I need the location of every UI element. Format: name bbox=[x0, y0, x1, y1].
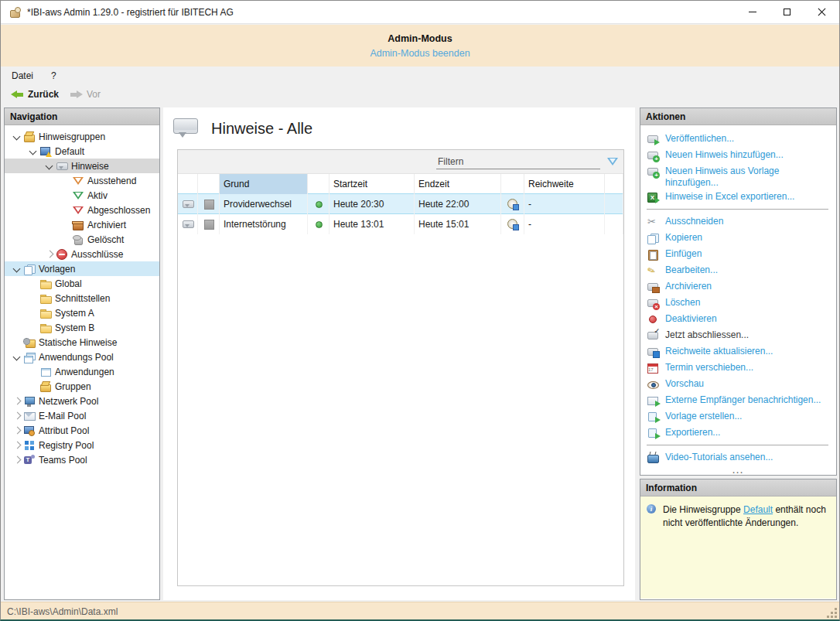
tree-item-system-b[interactable]: System B bbox=[5, 320, 159, 335]
tree-item-gelöscht[interactable]: Gelöscht bbox=[5, 232, 159, 247]
table-row[interactable]: ProviderwechselHeute 20:30Heute 22:00- bbox=[178, 193, 623, 214]
action-archivieren[interactable]: Archivieren bbox=[645, 278, 833, 295]
chevron-down-icon[interactable] bbox=[11, 351, 23, 363]
funnel-green-icon bbox=[72, 189, 84, 202]
divider bbox=[647, 209, 828, 210]
filter-bar bbox=[178, 150, 623, 174]
chevron-right-icon[interactable] bbox=[11, 395, 23, 408]
default-group-link[interactable]: Default bbox=[743, 504, 773, 515]
column-header-startzeit[interactable]: Startzeit bbox=[330, 174, 415, 194]
tree-item-global[interactable]: Global bbox=[5, 276, 159, 291]
menu-item-datei[interactable]: Datei bbox=[5, 68, 40, 84]
tree-item-archiviert[interactable]: Archiviert bbox=[5, 217, 159, 232]
tree-item-teams-pool[interactable]: Teams Pool bbox=[5, 452, 159, 467]
tree-item-aktiv[interactable]: Aktiv bbox=[5, 188, 159, 203]
chevron-right-icon[interactable] bbox=[11, 439, 23, 452]
forward-button[interactable]: Vor bbox=[66, 87, 104, 101]
action-neuen-hinweis-aus-vorlage-hinzufügen[interactable]: Neuen Hinweis aus Vorlage hinzufügen... bbox=[645, 163, 833, 189]
tree-item-label: Hinweise bbox=[71, 161, 109, 172]
chevron-down-icon[interactable] bbox=[11, 263, 23, 275]
action-label: Archivieren bbox=[665, 280, 712, 292]
chevron-right-icon[interactable] bbox=[11, 454, 23, 466]
action-label: Deaktivieren bbox=[665, 312, 717, 325]
action-veröffentlichen[interactable]: Veröffentlichen... bbox=[645, 131, 833, 147]
tree-item-default[interactable]: Default bbox=[5, 144, 159, 159]
status-path: C:\IBI-aws\Admin\Data.xml bbox=[7, 606, 118, 617]
action-jetzt-abschliessen[interactable]: Jetzt abschliessen... bbox=[645, 327, 833, 343]
chevron-right-icon[interactable] bbox=[11, 410, 23, 422]
column-header-grund[interactable]: Grund bbox=[220, 174, 308, 194]
close-button[interactable] bbox=[804, 1, 839, 23]
chevron-down-icon[interactable] bbox=[27, 145, 39, 158]
action-löschen[interactable]: Löschen bbox=[645, 295, 833, 311]
tree-item-abgeschlossen[interactable]: Abgeschlossen bbox=[5, 203, 159, 217]
tree-item-netzwerk-pool[interactable]: Netzwerk Pool bbox=[5, 394, 159, 408]
back-button[interactable]: Zurück bbox=[7, 87, 63, 101]
tree-item-registry-pool[interactable]: Registry Pool bbox=[5, 438, 159, 452]
action-video-tutorials-ansehen[interactable]: Video-Tutorials ansehen... bbox=[645, 449, 833, 466]
tree-item-statische-hinweise[interactable]: Statische Hinweise bbox=[5, 335, 159, 350]
gray-square-icon bbox=[203, 198, 215, 210]
action-label: Jetzt abschliessen... bbox=[665, 329, 749, 341]
actions-overflow-indicator[interactable]: ... bbox=[640, 467, 836, 473]
tree-item-hinweisgruppen[interactable]: Hinweisgruppen bbox=[5, 129, 159, 144]
action-externe-empfänger-benachrichtigen[interactable]: Externe Empfänger benachrichtigen... bbox=[645, 392, 833, 408]
tree-item-system-a[interactable]: System A bbox=[5, 305, 159, 320]
chevron-right-icon[interactable] bbox=[43, 248, 56, 261]
tree-item-anwendungen[interactable]: Anwendungen bbox=[5, 364, 159, 379]
action-vorschau[interactable]: Vorschau bbox=[645, 376, 833, 392]
filter-funnel-icon[interactable] bbox=[606, 155, 619, 168]
network-icon bbox=[23, 395, 36, 408]
menu-item-help[interactable]: ? bbox=[44, 68, 63, 84]
column-header-empty[interactable] bbox=[605, 174, 623, 194]
speech-icon bbox=[182, 218, 194, 230]
paste-icon bbox=[647, 248, 659, 261]
back-arrow-icon bbox=[11, 90, 24, 99]
action-ausschneiden[interactable]: Ausschneiden bbox=[645, 213, 833, 230]
action-label: Bearbeiten... bbox=[665, 264, 718, 276]
cell-clock-pending-icon bbox=[501, 194, 524, 214]
column-header-empty[interactable] bbox=[501, 174, 524, 194]
cell-speech-icon bbox=[178, 194, 198, 214]
tree-item-label: Global bbox=[55, 278, 82, 289]
scissors-icon bbox=[647, 216, 659, 228]
action-exportieren[interactable]: Exportieren... bbox=[645, 425, 833, 441]
gray-square-icon bbox=[203, 218, 215, 230]
minimize-button[interactable] bbox=[735, 1, 770, 23]
action-termin-verschieben[interactable]: Termin verschieben... bbox=[645, 360, 833, 376]
action-kopieren[interactable]: Kopieren bbox=[645, 230, 833, 246]
filter-input[interactable] bbox=[436, 154, 600, 169]
chevron-down-icon[interactable] bbox=[43, 160, 56, 172]
tree-item-ausstehend[interactable]: Ausstehend bbox=[5, 173, 159, 188]
action-hinweise-in-excel-exportieren[interactable]: Hinweise in Excel exportieren... bbox=[645, 189, 833, 205]
column-header-empty[interactable] bbox=[178, 174, 198, 194]
action-vorlage-erstellen[interactable]: Vorlage erstellen... bbox=[645, 408, 833, 425]
tree-item-ausschlüsse[interactable]: Ausschlüsse bbox=[5, 247, 159, 261]
chevron-down-icon[interactable] bbox=[11, 131, 23, 143]
action-bearbeiten[interactable]: Bearbeiten... bbox=[645, 262, 833, 278]
tree-item-attribut-pool[interactable]: Attribut Pool bbox=[5, 423, 159, 438]
archive-icon bbox=[72, 219, 84, 231]
tree-item-schnittstellen[interactable]: Schnittstellen bbox=[5, 291, 159, 305]
resize-grip[interactable] bbox=[828, 609, 837, 618]
maximize-button[interactable] bbox=[770, 1, 804, 23]
action-einfügen[interactable]: Einfügen bbox=[645, 246, 833, 262]
action-neuen-hinweis-hinzufügen[interactable]: Neuen Hinweis hinzufügen... bbox=[645, 147, 833, 163]
action-deaktivieren[interactable]: Deaktivieren bbox=[645, 311, 833, 327]
column-header-empty[interactable] bbox=[308, 174, 330, 194]
column-header-empty[interactable] bbox=[198, 174, 220, 194]
static-box-icon bbox=[23, 336, 36, 349]
column-header-reichweite[interactable]: Reichweite bbox=[524, 174, 605, 194]
tree-item-hinweise[interactable]: Hinweise bbox=[5, 159, 159, 173]
table-row[interactable]: InternetstörungHeute 13:01Heute 15:01- bbox=[178, 214, 623, 234]
tree-item-e-mail-pool[interactable]: E-Mail Pool bbox=[5, 408, 159, 423]
admin-mode-exit-link[interactable]: Admin-Modus beenden bbox=[370, 48, 470, 59]
action-reichweite-aktualisieren[interactable]: Reichweite aktualisieren... bbox=[645, 343, 833, 360]
column-header-endzeit[interactable]: Endzeit bbox=[415, 174, 501, 194]
expander-spacer bbox=[60, 219, 72, 231]
tree-item-vorlagen[interactable]: Vorlagen bbox=[5, 261, 159, 276]
tree-item-anwendungs-pool[interactable]: Anwendungs Pool bbox=[5, 350, 159, 364]
chevron-right-icon[interactable] bbox=[11, 425, 23, 437]
funnel-orange-icon bbox=[72, 175, 84, 187]
tree-item-gruppen[interactable]: Gruppen bbox=[5, 379, 159, 394]
